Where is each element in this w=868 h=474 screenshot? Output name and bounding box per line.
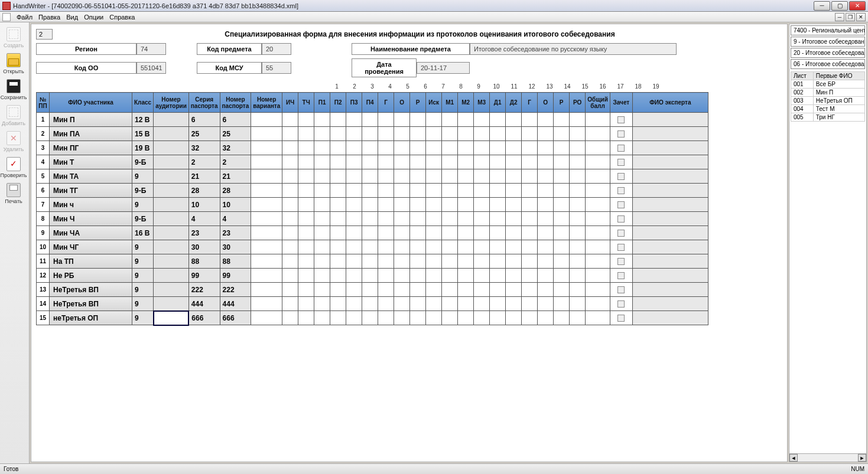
cell-score[interactable]	[410, 269, 426, 283]
table-row[interactable]: 14НеТретья ВП9444444	[37, 297, 708, 311]
cell-score[interactable]	[298, 184, 314, 198]
cell-ser[interactable]: 23	[188, 226, 220, 240]
cell-zac[interactable]	[610, 141, 632, 155]
mdi-restore[interactable]: ❐	[846, 13, 855, 21]
cell-var[interactable]	[251, 198, 282, 212]
cell-score[interactable]	[346, 127, 362, 141]
cell-score[interactable]	[314, 297, 330, 311]
cell-score[interactable]	[426, 141, 442, 155]
rp-dropdown-0[interactable]: 7400 - Региональный центр обра	[791, 25, 865, 35]
cell-score[interactable]	[330, 141, 346, 155]
cell-ser[interactable]: 2	[188, 155, 220, 169]
cell-score[interactable]	[554, 169, 570, 184]
cell-score[interactable]	[474, 127, 490, 141]
cell-score[interactable]	[346, 212, 362, 226]
cell-ball[interactable]	[586, 226, 610, 240]
cell-score[interactable]	[458, 226, 474, 240]
cell-score[interactable]	[570, 169, 586, 184]
cell-score[interactable]	[410, 155, 426, 169]
cell-score[interactable]	[522, 269, 538, 283]
cell-ball[interactable]	[586, 141, 610, 155]
cell-score[interactable]	[506, 226, 522, 240]
create-button[interactable]: Создать	[0, 25, 27, 51]
cell-score[interactable]	[506, 254, 522, 269]
cell-score[interactable]	[314, 169, 330, 184]
cell-score[interactable]	[522, 169, 538, 184]
cell-score[interactable]	[378, 155, 394, 169]
cell-aud[interactable]	[154, 297, 189, 311]
cell-score[interactable]	[394, 169, 410, 184]
cell-score[interactable]	[314, 254, 330, 269]
cell-score[interactable]	[570, 198, 586, 212]
cell-score[interactable]	[506, 283, 522, 297]
cell-score[interactable]	[378, 240, 394, 254]
cell-nom[interactable]: 23	[220, 226, 251, 240]
cell-var[interactable]	[251, 141, 282, 155]
open-button[interactable]: Открыть	[0, 51, 27, 77]
cell-ball[interactable]	[586, 169, 610, 184]
cell-score[interactable]	[538, 269, 554, 283]
cell-score[interactable]	[282, 141, 298, 155]
cell-nom[interactable]: 4	[220, 212, 251, 226]
cell-score[interactable]	[314, 226, 330, 240]
page-box[interactable]: 2	[36, 29, 53, 40]
cell-score[interactable]	[538, 297, 554, 311]
cell-ser[interactable]: 32	[188, 141, 220, 155]
cell-score[interactable]	[426, 240, 442, 254]
cell-score[interactable]	[458, 198, 474, 212]
cell-score[interactable]	[426, 184, 442, 198]
cell-score[interactable]	[394, 184, 410, 198]
cell-score[interactable]	[362, 169, 378, 184]
cell-score[interactable]	[282, 212, 298, 226]
cell-aud[interactable]	[154, 127, 189, 141]
sheet-row[interactable]: 004Тест М	[791, 105, 865, 113]
cell-score[interactable]	[506, 297, 522, 311]
rp-dropdown-1[interactable]: 9 - Итоговое собеседование по р	[791, 37, 865, 47]
cell-score[interactable]	[346, 113, 362, 127]
cell-score[interactable]	[298, 283, 314, 297]
cell-score[interactable]	[570, 141, 586, 155]
checkbox-icon[interactable]	[617, 173, 625, 180]
cell-score[interactable]	[394, 283, 410, 297]
cell-score[interactable]	[298, 169, 314, 184]
cell-fio[interactable]: Мин ЧГ	[50, 240, 132, 254]
cell-zac[interactable]	[610, 127, 632, 141]
cell-fio[interactable]: Мин ПА	[50, 127, 132, 141]
cell-score[interactable]	[538, 169, 554, 184]
subj-code-value[interactable]: 20	[262, 43, 291, 55]
cell-score[interactable]	[426, 198, 442, 212]
cell-score[interactable]	[362, 184, 378, 198]
cell-score[interactable]	[410, 169, 426, 184]
scroll-right-icon[interactable]: ►	[858, 454, 866, 462]
cell-fio[interactable]: Мин Ч	[50, 212, 132, 226]
sheet-row[interactable]: 001Все БР	[791, 80, 865, 89]
cell-score[interactable]	[298, 127, 314, 141]
cell-score[interactable]	[554, 311, 570, 325]
cell-score[interactable]	[554, 184, 570, 198]
print-button[interactable]: Печать	[0, 181, 27, 207]
cell-score[interactable]	[282, 155, 298, 169]
cell-score[interactable]	[426, 311, 442, 325]
close-button[interactable]: ✕	[849, 1, 866, 11]
cell-score[interactable]	[458, 155, 474, 169]
cell-score[interactable]	[458, 283, 474, 297]
check-button[interactable]: Проверить	[0, 155, 27, 181]
cell-ser[interactable]: 88	[188, 254, 220, 269]
cell-klass[interactable]: 9	[132, 240, 154, 254]
cell-score[interactable]	[522, 127, 538, 141]
cell-zac[interactable]	[610, 297, 632, 311]
cell-score[interactable]	[346, 297, 362, 311]
cell-score[interactable]	[362, 297, 378, 311]
cell-score[interactable]	[442, 254, 458, 269]
cell-nom[interactable]: 666	[220, 311, 251, 325]
cell-fio[interactable]: неТретья ОП	[50, 311, 132, 325]
cell-score[interactable]	[346, 240, 362, 254]
table-row[interactable]: 10Мин ЧГ93030	[37, 240, 708, 254]
cell-score[interactable]	[474, 254, 490, 269]
cell-score[interactable]	[330, 155, 346, 169]
cell-score[interactable]	[442, 198, 458, 212]
cell-score[interactable]	[538, 240, 554, 254]
cell-score[interactable]	[378, 311, 394, 325]
cell-score[interactable]	[474, 155, 490, 169]
cell-score[interactable]	[522, 226, 538, 240]
